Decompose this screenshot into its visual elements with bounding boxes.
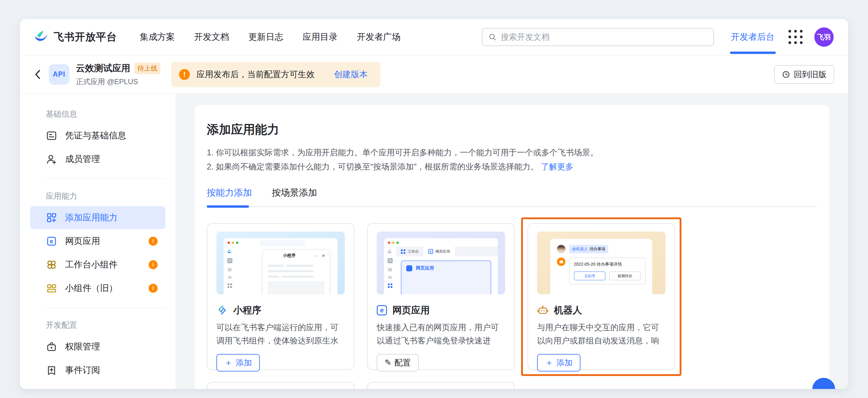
mini-program-icon (216, 305, 228, 316)
sidebar-item-workplace-widget[interactable]: 工作台小组件 ! (30, 253, 165, 276)
close-icon: ✕ (321, 253, 325, 258)
card-description: 可以在飞书客户端运行的应用，可调用飞书组件，使体验达到原生水平。 (216, 321, 345, 347)
more-icon: ··· (314, 253, 318, 258)
feishu-mini-logo-icon (227, 249, 232, 254)
card-title: 小程序 (233, 304, 261, 316)
sidebar-item-label: 成员管理 (65, 153, 100, 165)
grid-mini-icon (401, 249, 405, 254)
feishu-mini-logo-icon (387, 249, 393, 254)
sidebar-item-add-capability[interactable]: 添加应用能力 (30, 206, 165, 229)
grid-mini-icon (388, 283, 393, 288)
mock-web-content: 网页应用 (401, 261, 491, 294)
back-to-old-version-label: 回到旧版 (794, 69, 827, 80)
widget-old-icon (46, 282, 57, 294)
bot-icon (537, 305, 549, 316)
sidebar-item-label: 事件订阅 (65, 364, 100, 376)
card-title: 机器人 (554, 304, 582, 316)
alert-badge: ! (149, 284, 158, 293)
alert-badge: ! (149, 260, 158, 269)
sidebar-item-label: 小组件（旧） (65, 282, 118, 294)
todo-title: 2022-05-20 待办事项详情 (574, 262, 641, 267)
card-mini-program[interactable]: 26 ▤ ✉ 小程序 ··· ✕ (207, 223, 354, 370)
member-icon (46, 153, 57, 165)
sidebar-section-basic: 基础信息 (20, 104, 176, 124)
sidebar-item-widget-old[interactable]: 小组件（旧） ! (30, 277, 165, 300)
image-mini-icon: ▤ (388, 267, 392, 271)
main-area: 添加应用能力 1. 你可以根据实际需求，为应用开启能力。单个应用可开启多种能力，… (176, 94, 848, 389)
security-icon (46, 388, 57, 389)
todo-handle-button: 去处理 (574, 271, 606, 280)
mock-tab-workplace: 工作台 (396, 247, 424, 256)
sidebar-item-members[interactable]: 成员管理 (30, 148, 165, 171)
brand[interactable]: 飞书开放平台 (34, 30, 117, 44)
event-subscription-icon (46, 365, 57, 376)
search-input[interactable] (501, 33, 707, 42)
sidebar-item-label: 凭证与基础信息 (65, 130, 126, 142)
back-button[interactable] (34, 69, 41, 80)
svg-text:e: e (50, 238, 53, 245)
create-version-link[interactable]: 创建版本 (334, 69, 368, 80)
publish-warning-banner: ! 应用发布后，当前配置方可生效 创建版本 (171, 62, 380, 87)
sidebar: 基础信息 凭证与基础信息 成员管理 应用能力 (20, 94, 176, 389)
card-title: 网页应用 (393, 304, 430, 316)
sidebar-item-event-subscription[interactable]: 事件订阅 (30, 359, 165, 382)
partial-card[interactable] (367, 382, 515, 389)
learn-more-link[interactable]: 了解更多 (541, 162, 574, 171)
tab-by-capability[interactable]: 按能力添加 (207, 187, 252, 199)
sidebar-section-dev-config: 开发配置 (20, 316, 176, 335)
sidebar-item-web-app[interactable]: e 网页应用 ! (30, 230, 165, 253)
nav-integration[interactable]: 集成方案 (140, 31, 175, 43)
active-tab-indicator (207, 205, 249, 208)
app-meta: 云效测试应用 待上线 正式应用 @EPLUS (76, 62, 160, 87)
web-app-icon: e (46, 236, 57, 247)
card-description: 快速接入已有的网页应用，用户可以通过飞书客户端免登录快速进入。 (377, 321, 505, 347)
grid-mini-icon (227, 283, 232, 288)
card-bot[interactable]: @机器人待办事项 (527, 223, 675, 370)
image-mini-icon: ▤ (227, 267, 231, 271)
page-title: 添加应用能力 (207, 121, 817, 138)
warning-icon: ! (179, 69, 190, 80)
sidebar-item-security[interactable]: 安全设置 (30, 382, 165, 389)
sidebar-section-capability: 应用能力 (20, 187, 176, 206)
next-row-cards (207, 382, 817, 389)
search-box[interactable] (482, 28, 714, 46)
mention-chip: @机器人待办事项 (569, 245, 608, 253)
mini-program-illustration: 26 ▤ ✉ 小程序 ··· ✕ (216, 232, 345, 294)
app-launcher-icon[interactable] (788, 30, 803, 44)
bot-avatar-icon (557, 257, 565, 266)
description-line-2: 2. 如果尚不确定需要添加什么能力，可切换至“按场景添加”，根据所需的业务场景选… (207, 160, 817, 174)
sidebar-divider (46, 179, 165, 179)
sidebar-item-credentials[interactable]: 凭证与基础信息 (30, 124, 165, 147)
sidebar-item-label: 安全设置 (65, 388, 100, 389)
search-icon (489, 33, 496, 41)
add-mini-program-button[interactable]: ＋ 添加 (216, 354, 260, 371)
nav-app-directory[interactable]: 应用目录 (303, 31, 338, 43)
partial-card[interactable] (207, 382, 354, 389)
nav-docs[interactable]: 开发文档 (194, 31, 229, 43)
history-clock-icon (782, 70, 790, 79)
brand-name: 飞书开放平台 (54, 30, 117, 44)
bot-illustration: @机器人待办事项 (537, 232, 665, 294)
sidebar-item-label: 网页应用 (65, 235, 100, 247)
plus-icon: ＋ (224, 359, 233, 367)
nav-changelog[interactable]: 更新日志 (248, 31, 283, 43)
sidebar-item-permissions[interactable]: 权限管理 (30, 335, 165, 358)
add-bot-button[interactable]: ＋ 添加 (537, 354, 581, 371)
back-to-old-version-button[interactable]: 回到旧版 (774, 65, 834, 84)
user-avatar (557, 245, 565, 253)
configure-web-app-button[interactable]: ✎ 配置 (377, 354, 418, 371)
status-badge: 待上线 (134, 63, 160, 74)
nav-developer-plaza[interactable]: 开发者广场 (357, 31, 401, 43)
mail-mini-icon: ✉ (388, 275, 392, 279)
card-web-app[interactable]: 26 ▤ ✉ 工作台 (367, 223, 515, 370)
modal-title: 小程序 (267, 253, 311, 258)
card-description: 与用户在聊天中交互的应用，它可以向用户或群组自动发送消息，响应用户的消... (537, 321, 665, 347)
traffic-light-dots-icon (388, 242, 399, 244)
mini-program-modal: 小程序 ··· ✕ (262, 249, 330, 294)
developer-console-link[interactable]: 开发者后台 (731, 31, 775, 43)
tab-by-scene[interactable]: 按场景添加 (272, 187, 317, 199)
user-avatar[interactable]: 飞羽 (814, 27, 834, 47)
banner-text: 应用发布后，当前配置方可生效 (196, 69, 315, 80)
mock-tab-web-app: e 网页应用 (424, 247, 455, 256)
sidebar-item-label: 添加应用能力 (65, 212, 118, 224)
